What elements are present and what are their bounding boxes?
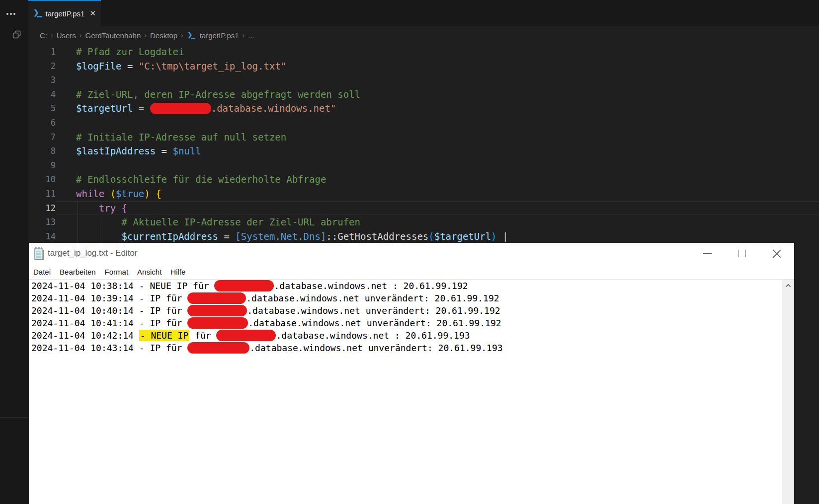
- code-line[interactable]: 2$logFile = "C:\tmp\target_ip_log.txt": [0, 59, 819, 73]
- code-line[interactable]: 11while ($true) {: [0, 187, 819, 201]
- window-title: target_ip_log.txt - Editor: [48, 248, 137, 258]
- breadcrumb-separator: ›: [243, 31, 245, 39]
- code-line[interactable]: 5$targetUrl = .database.windows.net": [0, 101, 819, 116]
- code-text: # Pfad zur Logdatei: [56, 45, 819, 59]
- code-area[interactable]: 1# Pfad zur Logdatei2$logFile = "C:\tmp\…: [0, 45, 819, 244]
- log-text: 2024-11-04 10:39:14 - IP für: [31, 293, 187, 303]
- code-token: $true: [116, 188, 144, 199]
- line-number: 5: [0, 101, 56, 116]
- code-token: "C:\tmp\target_ip_log.txt": [139, 61, 286, 72]
- close-icon: [772, 249, 781, 258]
- close-tab-icon[interactable]: ✕: [89, 9, 96, 18]
- redaction-blob: [216, 330, 276, 341]
- maximize-icon: [738, 250, 746, 257]
- code-token: {: [156, 188, 161, 199]
- breadcrumb-item[interactable]: Users: [57, 31, 76, 40]
- breadcrumb-item[interactable]: C:: [40, 31, 47, 40]
- code-line[interactable]: 9: [0, 158, 819, 173]
- menu-item-format[interactable]: Format: [100, 268, 133, 276]
- screen: targetIP.ps1 ✕ C:›Users›GerdTautenhahn›D…: [0, 0, 819, 504]
- code-text: [56, 73, 819, 87]
- line-number: 7: [0, 130, 56, 144]
- copy-icon[interactable]: [12, 30, 22, 40]
- log-text: .database.windows.net : 20.61.99.193: [276, 330, 470, 341]
- notepad-window: target_ip_log.txt - Editor DateiBearbeit…: [29, 243, 794, 504]
- line-number: 14: [0, 229, 56, 244]
- code-text: $targetUrl = .database.windows.net": [56, 101, 819, 116]
- code-line[interactable]: 12 try {: [0, 201, 819, 216]
- code-text: # Aktuelle IP-Adresse der Ziel-URL abruf…: [56, 215, 819, 229]
- code-token: $targetUrl: [76, 103, 133, 114]
- log-text: .database.windows.net unverändert: 20.61…: [246, 293, 499, 303]
- code-line[interactable]: 7# Initiale IP-Adresse auf null setzen: [0, 130, 819, 144]
- log-line[interactable]: 2024-11-04 10:43:14 - IP für .database.w…: [29, 342, 794, 354]
- notepad-title-bar[interactable]: target_ip_log.txt - Editor: [29, 243, 794, 264]
- code-token: [150, 188, 156, 199]
- code-token: [76, 216, 122, 227]
- code-line[interactable]: 6: [0, 116, 819, 130]
- code-token: $currentIpAddress: [122, 231, 218, 242]
- breadcrumb-item[interactable]: GerdTautenhahn: [85, 31, 141, 40]
- code-token: .database.windows.net": [211, 103, 336, 114]
- log-line[interactable]: 2024-11-04 10:40:14 - IP für .database.w…: [29, 304, 794, 317]
- notepad-text-area[interactable]: 2024-11-04 10:38:14 - NEUE IP für .datab…: [29, 280, 794, 504]
- code-token: (: [110, 188, 116, 199]
- code-token: $targetUrl: [434, 231, 491, 242]
- window-controls: [690, 243, 794, 264]
- log-line[interactable]: 2024-11-04 10:41:14 - IP für .database.w…: [29, 317, 794, 329]
- code-line[interactable]: 4# Ziel-URL, deren IP-Adresse abgefragt …: [0, 87, 819, 102]
- breadcrumb-separator: ›: [51, 31, 53, 39]
- code-token: (: [428, 231, 434, 242]
- notepad-menu-bar: DateiBearbeitenFormatAnsichtHilfe: [29, 264, 794, 280]
- breadcrumb-item[interactable]: ...: [248, 31, 254, 40]
- log-line[interactable]: 2024-11-04 10:39:14 - IP für .database.w…: [29, 292, 794, 304]
- menu-item-bearbeiten[interactable]: Bearbeiten: [55, 268, 100, 276]
- maximize-button[interactable]: [725, 243, 759, 264]
- code-line[interactable]: 14 $currentIpAddress = [System.Net.Dns]:…: [0, 229, 819, 244]
- line-number: 6: [0, 116, 56, 130]
- minimize-button[interactable]: [690, 243, 725, 264]
- notepad-icon: [33, 246, 45, 263]
- code-text: $lastIpAddress = $null: [56, 144, 819, 158]
- breadcrumb: C:›Users›GerdTautenhahn›Desktop›targetIP…: [40, 29, 254, 41]
- code-token: ::: [326, 231, 337, 242]
- code-token: $null: [172, 145, 201, 156]
- code-token: =: [133, 103, 150, 114]
- scroll-up-button[interactable]: [782, 281, 794, 290]
- code-line[interactable]: 1# Pfad zur Logdatei: [0, 45, 819, 59]
- code-token: [76, 203, 99, 214]
- powershell-file-icon: [33, 10, 41, 17]
- menu-item-datei[interactable]: Datei: [29, 268, 55, 276]
- more-actions-icon[interactable]: [6, 13, 8, 15]
- indent-guide: [100, 215, 100, 244]
- line-number: 13: [0, 215, 56, 229]
- redaction-blob: [150, 103, 211, 114]
- log-text: für: [189, 330, 216, 341]
- breadcrumb-item[interactable]: Desktop: [150, 31, 177, 40]
- indent-guide: [78, 201, 78, 243]
- log-line[interactable]: 2024-11-04 10:42:14 - NEUE IP für .datab…: [29, 329, 794, 342]
- line-number: 4: [0, 87, 56, 102]
- code-text: # Endlosschleife für die wiederholte Abf…: [56, 172, 819, 187]
- code-line[interactable]: 13 # Aktuelle IP-Adresse der Ziel-URL ab…: [0, 215, 819, 229]
- code-token: {: [122, 203, 127, 214]
- tab-targetip-ps1[interactable]: targetIP.ps1 ✕: [28, 0, 101, 26]
- code-line[interactable]: 3: [0, 73, 819, 87]
- close-button[interactable]: [759, 243, 794, 264]
- menu-item-ansicht[interactable]: Ansicht: [133, 268, 166, 276]
- vertical-scrollbar[interactable]: [782, 280, 794, 504]
- code-token: =: [122, 61, 139, 72]
- log-line[interactable]: 2024-11-04 10:38:14 - NEUE IP für .datab…: [29, 280, 794, 292]
- code-token: while: [76, 188, 110, 199]
- redaction-blob: [214, 280, 274, 291]
- minimize-icon: [703, 253, 712, 254]
- log-text: .database.windows.net unverändert: 20.61…: [248, 318, 501, 328]
- code-token: =: [156, 145, 172, 156]
- code-line[interactable]: 8$lastIpAddress = $null: [0, 144, 819, 158]
- breadcrumb-item[interactable]: targetIP.ps1: [200, 31, 239, 40]
- menu-item-hilfe[interactable]: Hilfe: [166, 268, 190, 276]
- code-line[interactable]: 10# Endlosschleife für die wiederholte A…: [0, 172, 819, 187]
- line-number: 8: [0, 144, 56, 158]
- line-number: 10: [0, 172, 56, 187]
- highlighted-text: - NEUE IP: [139, 330, 190, 341]
